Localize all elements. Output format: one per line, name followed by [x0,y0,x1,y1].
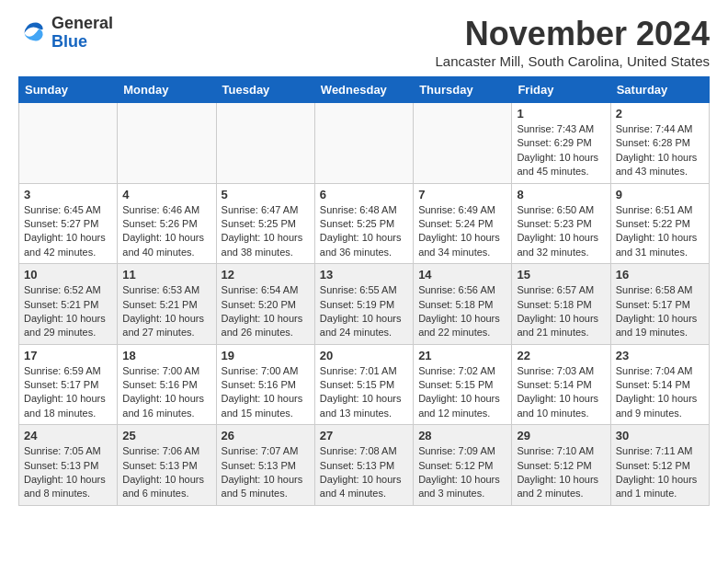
day-cell: 26Sunrise: 7:07 AMSunset: 5:13 PMDayligh… [216,425,314,506]
day-info: Sunrise: 6:49 AMSunset: 5:24 PMDaylight:… [418,203,506,260]
day-info: Sunrise: 6:51 AMSunset: 5:22 PMDaylight:… [616,203,704,260]
day-info: Sunrise: 7:07 AMSunset: 5:13 PMDaylight:… [222,444,310,501]
day-number: 25 [122,429,210,442]
day-cell [118,103,216,184]
day-info-line: Daylight: 10 hours and 21 minutes. [517,312,605,340]
day-number: 29 [517,429,605,442]
day-info-line: Sunset: 5:18 PM [517,298,605,312]
header: General Blue November 2024 Lancaster Mil… [18,15,710,69]
day-info-line: Sunrise: 6:48 AM [320,203,408,217]
day-info-line: Daylight: 10 hours and 6 minutes. [122,473,210,501]
day-info-line: Sunrise: 7:06 AM [122,444,210,458]
day-info-line: Sunset: 5:21 PM [24,298,112,312]
day-info-line: Daylight: 10 hours and 19 minutes. [616,312,704,340]
day-info-line: Sunset: 5:13 PM [122,459,210,473]
day-info-line: Sunrise: 7:05 AM [24,444,112,458]
day-number: 21 [418,349,506,362]
day-cell [216,103,314,184]
day-cell: 30Sunrise: 7:11 AMSunset: 5:12 PMDayligh… [610,425,709,506]
day-info: Sunrise: 6:47 AMSunset: 5:25 PMDaylight:… [222,203,310,260]
day-cell: 28Sunrise: 7:09 AMSunset: 5:12 PMDayligh… [414,425,512,506]
day-info: Sunrise: 7:04 AMSunset: 5:14 PMDaylight:… [616,364,704,421]
day-number: 9 [616,188,704,201]
day-info-line: Sunrise: 6:56 AM [418,283,506,297]
header-row: SundayMondayTuesdayWednesdayThursdayFrid… [19,77,710,103]
day-cell: 8Sunrise: 6:50 AMSunset: 5:23 PMDaylight… [512,183,610,264]
logo-blue: Blue [51,32,87,51]
day-cell: 21Sunrise: 7:02 AMSunset: 5:15 PMDayligh… [414,344,512,425]
day-info: Sunrise: 6:53 AMSunset: 5:21 PMDaylight:… [122,283,210,340]
day-cell [314,103,413,184]
day-info-line: Daylight: 10 hours and 22 minutes. [418,312,506,340]
week-row-1: 1Sunrise: 7:43 AMSunset: 6:29 PMDaylight… [19,103,710,184]
day-info-line: Sunrise: 6:45 AM [24,203,112,217]
day-info-line: Sunrise: 7:44 AM [616,122,704,136]
day-cell: 9Sunrise: 6:51 AMSunset: 5:22 PMDaylight… [610,183,709,264]
day-info-line: Sunrise: 7:01 AM [320,364,408,378]
day-info: Sunrise: 7:09 AMSunset: 5:12 PMDaylight:… [418,444,506,501]
week-row-2: 3Sunrise: 6:45 AMSunset: 5:27 PMDaylight… [19,183,710,264]
col-header-tuesday: Tuesday [216,77,314,103]
day-info: Sunrise: 7:08 AMSunset: 5:13 PMDaylight:… [320,444,408,501]
day-info-line: Daylight: 10 hours and 5 minutes. [222,473,310,501]
day-info-line: Sunrise: 7:04 AM [616,364,704,378]
day-info-line: Daylight: 10 hours and 24 minutes. [320,312,408,340]
day-cell [19,103,118,184]
day-info-line: Sunrise: 7:11 AM [616,444,704,458]
day-number: 26 [222,429,310,442]
day-cell: 2Sunrise: 7:44 AMSunset: 6:28 PMDaylight… [610,103,709,184]
day-info: Sunrise: 7:02 AMSunset: 5:15 PMDaylight:… [418,364,506,421]
day-cell: 29Sunrise: 7:10 AMSunset: 5:12 PMDayligh… [512,425,610,506]
day-number: 17 [24,349,112,362]
logo: General Blue [18,15,113,52]
day-number: 11 [122,268,210,282]
day-cell: 7Sunrise: 6:49 AMSunset: 5:24 PMDaylight… [414,183,512,264]
day-info-line: Sunrise: 7:02 AM [418,364,506,378]
day-cell: 24Sunrise: 7:05 AMSunset: 5:13 PMDayligh… [19,425,118,506]
day-info-line: Sunset: 5:21 PM [122,298,210,312]
day-cell: 23Sunrise: 7:04 AMSunset: 5:14 PMDayligh… [610,344,709,425]
day-info-line: Sunrise: 7:00 AM [122,364,210,378]
day-cell: 6Sunrise: 6:48 AMSunset: 5:25 PMDaylight… [314,183,413,264]
day-cell: 13Sunrise: 6:55 AMSunset: 5:19 PMDayligh… [314,264,413,345]
day-info-line: Sunrise: 6:54 AM [222,283,310,297]
day-info-line: Sunset: 6:28 PM [616,136,704,150]
day-info: Sunrise: 7:01 AMSunset: 5:15 PMDaylight:… [320,364,408,421]
day-number: 19 [222,349,310,362]
day-number: 28 [418,429,506,442]
day-info-line: Sunrise: 6:58 AM [616,283,704,297]
day-number: 30 [616,429,704,442]
day-cell: 18Sunrise: 7:00 AMSunset: 5:16 PMDayligh… [118,344,216,425]
day-info-line: Sunset: 5:15 PM [320,378,408,392]
day-number: 13 [320,268,408,282]
day-info-line: Daylight: 10 hours and 2 minutes. [517,473,605,501]
day-info-line: Daylight: 10 hours and 15 minutes. [222,392,310,420]
day-info-line: Daylight: 10 hours and 12 minutes. [418,392,506,420]
day-info-line: Daylight: 10 hours and 9 minutes. [616,392,704,420]
day-info-line: Sunrise: 7:03 AM [517,364,605,378]
day-info-line: Sunset: 5:25 PM [222,217,310,231]
day-number: 12 [222,268,310,282]
day-info-line: Daylight: 10 hours and 8 minutes. [24,473,112,501]
day-number: 18 [122,349,210,362]
title-area: November 2024 Lancaster Mill, South Caro… [436,15,710,69]
day-info-line: Daylight: 10 hours and 1 minute. [616,473,704,501]
day-info-line: Sunrise: 7:07 AM [222,444,310,458]
col-header-wednesday: Wednesday [314,77,413,103]
day-number: 24 [24,429,112,442]
day-info-line: Daylight: 10 hours and 27 minutes. [122,312,210,340]
day-info-line: Daylight: 10 hours and 32 minutes. [517,231,605,259]
day-info: Sunrise: 6:56 AMSunset: 5:18 PMDaylight:… [418,283,506,340]
day-info-line: Daylight: 10 hours and 34 minutes. [418,231,506,259]
col-header-saturday: Saturday [610,77,709,103]
calendar-header: SundayMondayTuesdayWednesdayThursdayFrid… [19,77,710,103]
day-info-line: Daylight: 10 hours and 40 minutes. [122,231,210,259]
day-info-line: Daylight: 10 hours and 13 minutes. [320,392,408,420]
day-cell: 12Sunrise: 6:54 AMSunset: 5:20 PMDayligh… [216,264,314,345]
day-info-line: Sunset: 5:22 PM [616,217,704,231]
day-cell: 25Sunrise: 7:06 AMSunset: 5:13 PMDayligh… [118,425,216,506]
day-cell [414,103,512,184]
day-info-line: Sunset: 5:12 PM [418,459,506,473]
day-cell: 14Sunrise: 6:56 AMSunset: 5:18 PMDayligh… [414,264,512,345]
day-cell: 22Sunrise: 7:03 AMSunset: 5:14 PMDayligh… [512,344,610,425]
